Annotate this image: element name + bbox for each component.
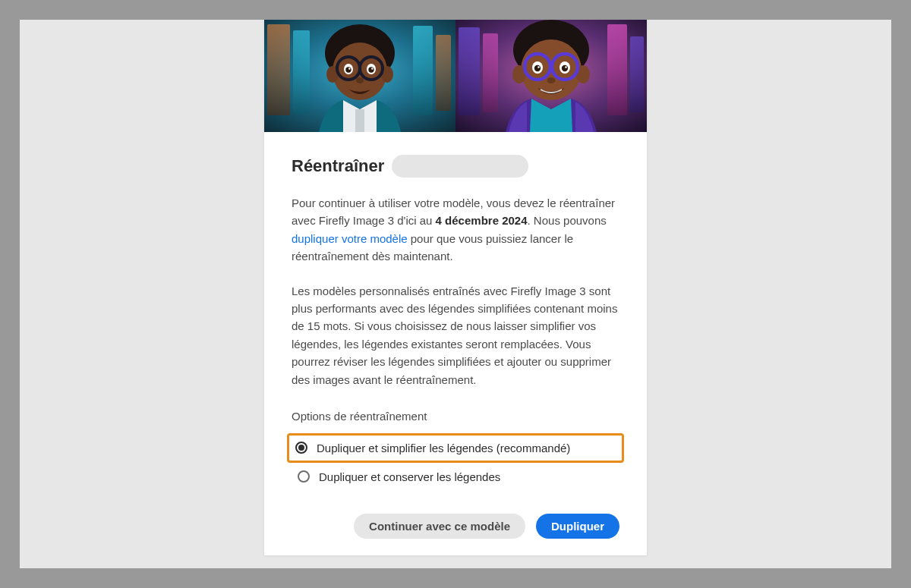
dialog-title: Réentraîner bbox=[292, 156, 384, 176]
dialog-content: Réentraîner Pour continuer à utiliser vo… bbox=[264, 132, 647, 555]
description-paragraph-1: Pour continuer à utiliser votre modèle, … bbox=[292, 194, 619, 266]
svg-point-19 bbox=[371, 68, 373, 69]
duplicate-model-link[interactable]: dupliquer votre modèle bbox=[292, 232, 408, 245]
radio-option-keep[interactable]: Dupliquer et conserver les légendes bbox=[292, 463, 619, 491]
svg-rect-4 bbox=[436, 35, 451, 111]
button-row: Continuer avec ce modèle Dupliquer bbox=[292, 514, 619, 542]
svg-rect-2 bbox=[293, 30, 310, 114]
outer-frame: Réentraîner Pour continuer à utiliser vo… bbox=[20, 20, 891, 568]
description-paragraph-2: Les modèles personnalisés entraînés avec… bbox=[292, 282, 619, 388]
svg-rect-26 bbox=[630, 36, 644, 112]
options-heading: Options de réentraînement bbox=[292, 410, 619, 423]
hero-image-left bbox=[264, 20, 456, 132]
duplicate-button[interactable]: Dupliquer bbox=[536, 514, 619, 539]
svg-rect-34 bbox=[549, 64, 553, 68]
svg-point-40 bbox=[565, 66, 567, 68]
svg-point-37 bbox=[534, 65, 541, 71]
svg-point-38 bbox=[562, 65, 568, 71]
radio-label: Dupliquer et simplifier les légendes (re… bbox=[317, 442, 570, 454]
svg-rect-21 bbox=[355, 109, 364, 132]
p1-text-b: . Nous pouvons bbox=[528, 214, 607, 227]
svg-point-41 bbox=[547, 77, 556, 83]
hero-image-row bbox=[264, 20, 647, 132]
title-row: Réentraîner bbox=[292, 155, 619, 178]
svg-rect-24 bbox=[483, 33, 498, 112]
continue-button[interactable]: Continuer avec ce modèle bbox=[354, 514, 525, 539]
svg-rect-1 bbox=[267, 24, 290, 115]
svg-point-20 bbox=[356, 77, 364, 83]
svg-rect-23 bbox=[459, 27, 480, 115]
svg-point-16 bbox=[345, 67, 351, 72]
svg-rect-3 bbox=[413, 26, 433, 115]
svg-point-39 bbox=[537, 66, 540, 68]
radio-option-simplify[interactable]: Dupliquer et simplifier les légendes (re… bbox=[287, 433, 624, 463]
model-name-placeholder bbox=[392, 155, 528, 178]
svg-rect-13 bbox=[358, 66, 361, 70]
svg-rect-25 bbox=[607, 24, 627, 115]
radio-icon bbox=[295, 442, 307, 454]
retrain-dialog: Réentraîner Pour continuer à utiliser vo… bbox=[264, 20, 647, 555]
radio-icon bbox=[298, 470, 310, 483]
svg-point-18 bbox=[348, 68, 350, 69]
svg-point-17 bbox=[368, 67, 374, 72]
deadline-date: 4 décembre 2024 bbox=[436, 214, 528, 227]
radio-label: Dupliquer et conserver les légendes bbox=[319, 470, 500, 483]
hero-image-right bbox=[456, 20, 647, 132]
